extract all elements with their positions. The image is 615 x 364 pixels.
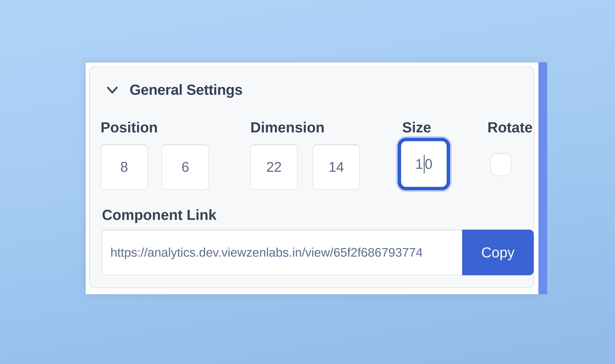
position-y-input[interactable] [162,144,209,190]
general-settings-header[interactable]: General Settings [105,82,243,98]
screen-background: { "panel": { "header": { "title": "Gener… [0,0,615,364]
component-link-row: Copy [102,230,534,275]
section-title: General Settings [130,81,243,98]
dimension-label: Dimension [250,119,325,136]
dimension-width-input[interactable] [250,144,298,190]
text-caret [424,155,424,173]
size-value-after-caret: 0 [425,156,432,172]
component-link-input[interactable] [102,230,462,275]
size-input[interactable]: 1 0 [398,138,450,190]
settings-panel: General Settings Position Dimension Size… [86,62,538,294]
rotate-label: Rotate [487,119,533,136]
position-label: Position [101,119,158,136]
size-value-before-caret: 1 [415,156,423,172]
dimension-height-input[interactable] [313,144,360,190]
size-label: Size [402,119,431,136]
chevron-down-icon [105,84,119,96]
copy-button[interactable]: Copy [462,230,534,275]
component-link-label: Component Link [102,207,217,223]
general-settings-card: General Settings Position Dimension Size… [89,66,534,288]
position-x-input[interactable] [101,144,148,190]
scrollbar-thumb[interactable] [538,62,547,294]
rotate-checkbox[interactable] [490,153,511,176]
